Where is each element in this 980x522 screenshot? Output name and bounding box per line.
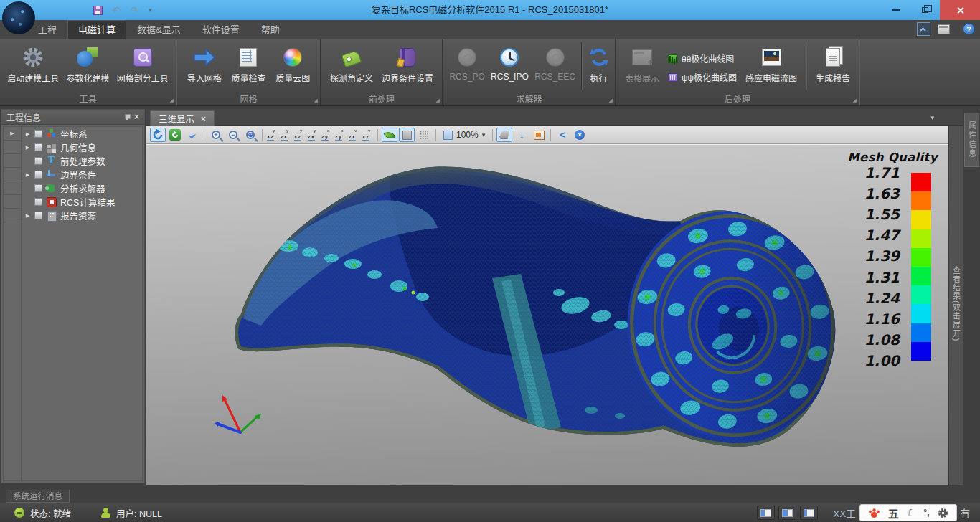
- dialog-launcher-icon[interactable]: ◢: [853, 98, 857, 103]
- zoom-fit-button[interactable]: ⊕: [242, 128, 258, 142]
- collapse-ribbon-button[interactable]: [917, 22, 930, 36]
- system-messages-tab[interactable]: 系统运行消息: [6, 490, 70, 503]
- pin-icon[interactable]: [124, 113, 130, 120]
- zoom-out-button[interactable]: −: [225, 128, 241, 142]
- moon-icon[interactable]: ☾: [907, 508, 916, 518]
- tree-item-geometry-info[interactable]: ▶ 几何信息: [22, 141, 142, 154]
- layout-left-button[interactable]: [757, 506, 775, 520]
- ime-toolbar[interactable]: 五 ☾ °,: [859, 504, 957, 521]
- share-button[interactable]: <: [555, 128, 570, 142]
- tree-item-rcs-results[interactable]: RCS计算结果: [22, 195, 142, 209]
- selection-mode-button[interactable]: [496, 128, 512, 142]
- dialog-launcher-icon[interactable]: ◢: [609, 98, 613, 103]
- checkbox[interactable]: [34, 143, 42, 151]
- view-orientation-button[interactable]: yzx: [280, 128, 292, 142]
- tree-item-boundary-conditions[interactable]: ▶ 边界条件: [22, 168, 142, 181]
- expander-icon[interactable]: ▶: [24, 131, 32, 137]
- tab-list-dropdown-icon[interactable]: ▾: [930, 114, 934, 121]
- rcs-ipo-button[interactable]: RCS_IPO: [491, 39, 529, 93]
- psi-psi-curve-button[interactable]: ψψ极化曲线图: [668, 71, 737, 83]
- zoom-dropdown-icon[interactable]: ▾: [482, 131, 486, 138]
- rcs-eec-button[interactable]: RCS_EEC: [534, 39, 575, 93]
- tab-close-icon[interactable]: ×: [201, 114, 206, 124]
- restore-button[interactable]: [910, 0, 940, 20]
- checkbox[interactable]: [34, 198, 42, 206]
- panel-close-icon[interactable]: ×: [134, 113, 139, 121]
- table-display-button[interactable]: 表格展示: [625, 39, 659, 93]
- view-orientation-button[interactable]: yzx: [307, 128, 319, 142]
- layout-right-button[interactable]: [800, 506, 818, 520]
- gutter-cell[interactable]: ▶: [4, 127, 21, 141]
- 3d-viewport[interactable]: Mesh Quality 1.71 1.63 1.55 1.47 1.39 1.…: [146, 144, 948, 485]
- rcs-po-button[interactable]: RCS_PO: [449, 39, 484, 93]
- export-image-button[interactable]: [531, 128, 547, 142]
- view-orientation-button[interactable]: xzy: [321, 128, 333, 142]
- expander-icon[interactable]: ▶: [24, 172, 32, 178]
- pan-view-button[interactable]: [184, 128, 200, 142]
- zoom-level-control[interactable]: 100% ▾: [440, 130, 489, 140]
- layout-center-button[interactable]: [778, 506, 796, 520]
- dialog-launcher-icon[interactable]: ◢: [436, 98, 440, 103]
- tree-item-report-resources[interactable]: ▶ 报告资源: [22, 209, 142, 222]
- ime-mode-label[interactable]: 五: [888, 506, 899, 521]
- view-orientation-button[interactable]: yxz: [266, 128, 278, 142]
- mesh-partition-tool-button[interactable]: 网格剖分工具: [117, 39, 169, 93]
- boundary-condition-settings-button[interactable]: 边界条件设置: [382, 39, 433, 93]
- quality-check-button[interactable]: 质量检查: [231, 39, 265, 93]
- close-button[interactable]: [940, 0, 980, 20]
- gear-icon[interactable]: [938, 508, 948, 518]
- help-button[interactable]: ?: [963, 23, 975, 35]
- property-info-dock-tab[interactable]: 属性信息: [964, 113, 979, 167]
- execute-button[interactable]: 执行: [589, 39, 609, 93]
- watermark-text: XX工: [833, 506, 856, 520]
- minimize-button[interactable]: [881, 0, 910, 20]
- generate-report-button[interactable]: 生成报告: [816, 39, 850, 93]
- tree-item-analysis-solver[interactable]: 分析求解器: [22, 181, 142, 195]
- tab-software-settings[interactable]: 软件设置: [192, 20, 250, 39]
- undo-icon[interactable]: ↶: [112, 5, 121, 16]
- tab-data-display[interactable]: 数据&显示: [126, 20, 192, 39]
- checkbox[interactable]: [34, 171, 42, 179]
- render-smooth-button[interactable]: [382, 128, 397, 142]
- rotate-view-button[interactable]: [150, 128, 166, 142]
- qat-dropdown-icon[interactable]: ▾: [149, 6, 152, 14]
- render-points-button[interactable]: [416, 128, 432, 142]
- button-label: 执行: [590, 72, 608, 84]
- checkbox[interactable]: [34, 130, 42, 138]
- checkbox[interactable]: [34, 184, 42, 192]
- parametric-modeling-button[interactable]: 参数化建模: [66, 39, 109, 93]
- tab-3d-display[interactable]: 三维显示 ×: [150, 110, 215, 126]
- render-shaded-button[interactable]: [399, 128, 415, 142]
- sync-view-button[interactable]: [167, 128, 183, 142]
- view-orientation-button[interactable]: vxz: [362, 128, 374, 142]
- tree-item-preprocess-params[interactable]: T 前处理参数: [22, 154, 142, 168]
- import-mesh-button[interactable]: 导入网格: [187, 39, 222, 93]
- expander-icon[interactable]: ▶: [24, 145, 32, 151]
- results-splitter-bar[interactable]: 查看结果(双击展开): [948, 126, 963, 485]
- quality-cloud-map-button[interactable]: 质量云图: [275, 39, 310, 93]
- import-view-button[interactable]: ↓: [514, 128, 529, 142]
- tree-item-coordinate-system[interactable]: ▶ 坐标系: [22, 127, 142, 141]
- view-orientation-button[interactable]: yxz: [293, 128, 306, 142]
- launch-modeling-tool-button[interactable]: 启动建模工具: [7, 39, 59, 93]
- app-logo[interactable]: [2, 1, 35, 34]
- expander-icon[interactable]: ▶: [24, 213, 32, 219]
- view-orientation-button[interactable]: xzy: [334, 128, 347, 142]
- document-icon: [826, 45, 840, 69]
- tab-em-computation[interactable]: 电磁计算: [67, 20, 126, 39]
- probe-angle-define-button[interactable]: 探测角定义: [330, 39, 373, 93]
- punctuation-icon[interactable]: °,: [923, 508, 929, 518]
- close-view-button[interactable]: ×: [572, 128, 588, 142]
- checkbox[interactable]: [34, 212, 42, 219]
- dialog-launcher-icon[interactable]: ◢: [314, 98, 318, 103]
- redo-icon[interactable]: ↷: [131, 5, 140, 16]
- theta-theta-curve-button[interactable]: θθ极化曲线图: [668, 52, 737, 65]
- view-orientation-button[interactable]: vzx: [348, 128, 360, 142]
- checkbox[interactable]: [34, 157, 42, 165]
- tab-help[interactable]: 帮助: [250, 20, 291, 39]
- dialog-launcher-icon[interactable]: ◢: [170, 98, 174, 103]
- window-style-button[interactable]: ▾: [938, 24, 956, 34]
- save-icon[interactable]: [93, 6, 103, 15]
- zoom-in-button[interactable]: +: [208, 128, 224, 142]
- induced-current-map-button[interactable]: 感应电磁流图: [745, 39, 797, 93]
